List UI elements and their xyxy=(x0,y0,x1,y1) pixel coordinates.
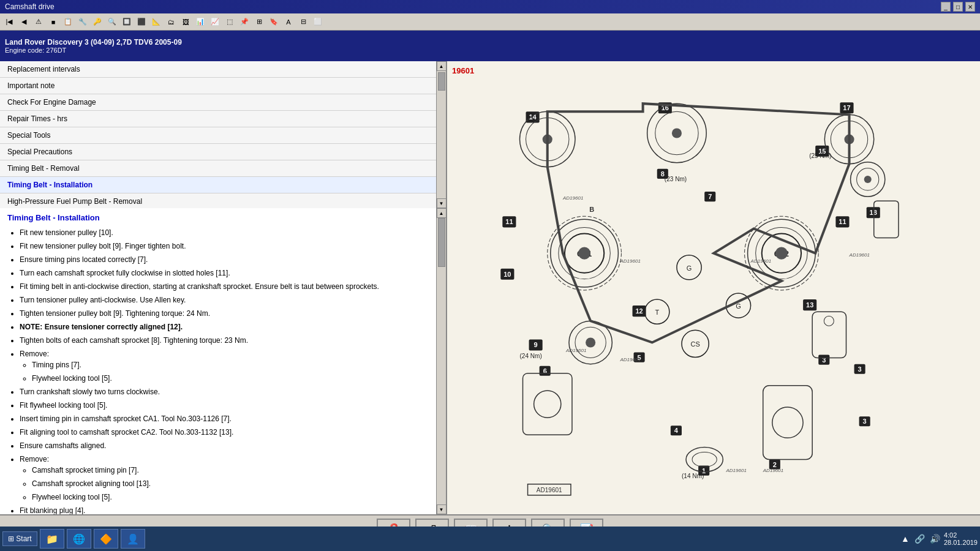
nav-scroll-thumb[interactable] xyxy=(438,72,445,91)
title-bar: Camshaft drive _ □ ✕ xyxy=(0,0,980,13)
tool8-button[interactable]: 📐 xyxy=(149,15,163,29)
tool10-button[interactable]: 🖼 xyxy=(179,15,192,29)
minimize-button[interactable]: _ xyxy=(941,2,951,12)
diagram-container: 14 16 17 15 8 xyxy=(452,78,975,509)
tool1-button[interactable]: ■ xyxy=(47,15,60,29)
ad-ref-7: AD19601 xyxy=(725,468,747,473)
label-11-right: 11 xyxy=(839,218,846,225)
taskbar-app-vlc[interactable]: 🔶 xyxy=(94,529,118,549)
tool9-button[interactable]: 🗂 xyxy=(164,15,178,29)
taskbar-app-chrome[interactable]: 🌐 xyxy=(67,529,91,549)
content-scroll-down[interactable]: ▼ xyxy=(437,504,447,514)
nav-scroll-up[interactable]: ▲ xyxy=(437,61,447,71)
tool4-button[interactable]: 🔑 xyxy=(91,15,104,29)
tool3-button[interactable]: 🔧 xyxy=(76,15,89,29)
nav-item-hpfp[interactable]: High-Pressure Fuel Pump Belt - Removal xyxy=(0,193,436,208)
tray-sound: 🔊 xyxy=(929,533,941,545)
label-7: 7 xyxy=(708,193,712,200)
tool16-button[interactable]: 🔖 xyxy=(267,15,281,29)
label-3c: 3 xyxy=(862,418,866,425)
remove-item-5: Flywheel locking tool [5]. xyxy=(32,492,429,503)
tool18-button[interactable]: ⊟ xyxy=(296,15,310,29)
content-item-11: Turn crankshaft slowly two turns clockwi… xyxy=(20,386,429,397)
nav-item-important[interactable]: Important note xyxy=(0,78,436,94)
clock-date: 28.01.2019 xyxy=(944,539,978,546)
content-item-6: Turn tensioner pulley anti-clockwise. Us… xyxy=(20,294,429,305)
diagram-label: 19601 xyxy=(452,66,975,75)
nav-wrapper: Replacement intervals Important note Che… xyxy=(0,61,446,208)
cam-sprocket-ca1-hub xyxy=(578,247,590,260)
taskbar-right: ▲ 🔗 🔊 4:02 28.01.2019 xyxy=(900,531,978,546)
close-button[interactable]: ✕ xyxy=(965,2,975,12)
nav-item-check[interactable]: Check For Engine Damage xyxy=(0,94,436,111)
remove-item-4: Camshaft sprocket aligning tool [13]. xyxy=(32,478,429,489)
tool6-button[interactable]: 🔲 xyxy=(120,15,134,29)
tool17-button[interactable]: A xyxy=(282,15,295,29)
content-item-9: Tighten bolts of each camshaft sprocket … xyxy=(20,335,429,346)
nav-item-replacement[interactable]: Replacement intervals xyxy=(0,61,436,78)
ad-ref-1: AD19601 xyxy=(562,195,584,201)
crank-sprocket-hub xyxy=(586,337,595,347)
tool12-button[interactable]: 📈 xyxy=(208,15,222,29)
clock: 4:02 28.01.2019 xyxy=(944,531,978,546)
tool13-button[interactable]: ⬚ xyxy=(223,15,236,29)
torque-23nm: (23 Nm) xyxy=(665,176,687,182)
tray-arrow[interactable]: ▲ xyxy=(900,533,911,545)
toolbar: |◀ ◀ ⚠ ■ 📋 🔧 🔑 🔍 🔲 ⬛ 📐 🗂 🖼 📊 📈 ⬚ 📌 ⊞ 🔖 A… xyxy=(0,13,980,31)
content-item-10: Remove: Timing pins [7]. Flywheel lockin… xyxy=(20,348,429,384)
content-item-17: Fit blanking plug [4]. xyxy=(20,505,429,514)
clock-time: 4:02 xyxy=(944,531,978,539)
label-18: 18 xyxy=(869,209,876,216)
content-item-5: Fit timing belt in anti-clockwise direct… xyxy=(20,281,429,292)
tool5-button[interactable]: 🔍 xyxy=(105,15,119,29)
nav-prev-button[interactable]: ◀ xyxy=(17,15,31,29)
tool15-button[interactable]: ⊞ xyxy=(252,15,266,29)
label-3a: 3 xyxy=(822,356,826,364)
remove-item-3: Camshaft sprocket timing pin [7]. xyxy=(32,465,429,476)
b-label: B xyxy=(589,206,594,213)
torque-24nm: (24 Nm) xyxy=(519,353,541,359)
tool2-button[interactable]: 📋 xyxy=(61,15,75,29)
content-item-1: Fit new tensioner pulley [10]. xyxy=(20,227,429,238)
taskbar-app-explorer[interactable]: 📁 xyxy=(40,529,64,549)
tool14-button[interactable]: 📌 xyxy=(238,15,251,29)
ad-ref-5: AD19601 xyxy=(565,348,587,353)
label-9: 9 xyxy=(533,341,537,348)
tool19-button[interactable]: ⬜ xyxy=(311,15,325,29)
ad-ref-8: AD19601 xyxy=(762,468,783,473)
diagram-svg: 14 16 17 15 8 xyxy=(467,78,960,509)
taskbar-app-user[interactable]: 👤 xyxy=(121,529,145,549)
label-17: 17 xyxy=(843,104,850,111)
content-item-16: Remove: Camshaft sprocket timing pin [7]… xyxy=(20,454,429,503)
remove-list-2: Camshaft sprocket timing pin [7]. Camsha… xyxy=(20,465,429,503)
window-controls: _ □ ✕ xyxy=(941,2,975,12)
nav-item-repair[interactable]: Repair Times - hrs xyxy=(0,111,436,127)
remove-item-2: Flywheel locking tool [5]. xyxy=(32,373,429,384)
content-item-8: NOTE: Ensure tensioner correctly aligned… xyxy=(20,321,429,332)
nav-item-installation[interactable]: Timing Belt - Installation xyxy=(0,177,436,193)
maximize-button[interactable]: □ xyxy=(953,2,963,12)
content-scroll-up[interactable]: ▲ xyxy=(437,208,447,218)
content-item-14: Fit aligning tool to camshaft sprocket C… xyxy=(20,427,429,438)
nav-item-precautions[interactable]: Special Precautions xyxy=(0,144,436,160)
main-layout: Replacement intervals Important note Che… xyxy=(0,61,980,514)
cs-label: CS xyxy=(690,340,699,348)
remove-list-1: Timing pins [7]. Flywheel locking tool [… xyxy=(20,359,429,384)
tool11-button[interactable]: 📊 xyxy=(194,15,207,29)
label-3b: 3 xyxy=(858,365,861,373)
nav-item-special-tools[interactable]: Special Tools xyxy=(0,127,436,144)
diagram-ref-text: AD19601 xyxy=(537,487,562,493)
nav-first-button[interactable]: |◀ xyxy=(2,15,16,29)
content-item-3: Ensure timing pins located correctly [7]… xyxy=(20,254,429,265)
remove-item-1: Timing pins [7]. xyxy=(32,359,429,370)
nav-scrollbar: ▲ ▼ xyxy=(436,61,446,208)
nav-item-removal[interactable]: Timing Belt - Removal xyxy=(0,160,436,177)
content-scroll-thumb[interactable] xyxy=(438,218,445,267)
nav-scroll-down[interactable]: ▼ xyxy=(437,198,447,208)
tool7-button[interactable]: ⬛ xyxy=(135,15,148,29)
start-button[interactable]: ⊞ Start xyxy=(2,531,37,546)
ad-ref-3: AD19601 xyxy=(750,258,771,264)
label-13: 13 xyxy=(806,301,813,309)
vehicle-info: Land Rover Discovery 3 (04-09) 2,7D TDV6… xyxy=(5,38,975,47)
engine-code: Engine code: 276DT xyxy=(5,47,975,54)
